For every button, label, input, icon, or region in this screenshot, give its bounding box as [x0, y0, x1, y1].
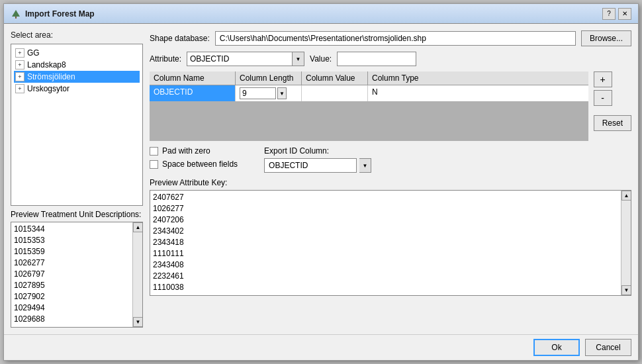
list-item: 1110124: [153, 293, 619, 296]
tree-label-gg: GG: [27, 48, 40, 58]
list-item: 2343418: [153, 237, 619, 248]
space-between-fields-label: Space between fields: [162, 159, 238, 169]
attribute-row: Attribute: OBJECTID ▼ Value:: [150, 52, 631, 66]
pad-with-zero-option: Pad with zero: [150, 146, 238, 156]
preview-attr-label: Preview Attribute Key:: [150, 178, 631, 187]
preview-treatment-scrollbar[interactable]: ▲ ▼: [132, 222, 142, 327]
tree-toggle-landskap8[interactable]: +: [15, 60, 24, 69]
cell-length: ▼: [236, 85, 302, 101]
title-bar-controls: ? ✕: [602, 8, 631, 20]
col-header-type: Column Type: [368, 71, 588, 85]
list-item: 1029494: [14, 302, 129, 314]
list-item: 1015353: [14, 235, 129, 246]
right-panel: Shape database: C:\Users\hah\Documents\P…: [150, 30, 631, 328]
scrollbar-track[interactable]: [133, 232, 142, 317]
footer: Ok Cancel: [4, 334, 638, 360]
preview-treatment-list[interactable]: 1015344 1015353 1015359 1026277 1026797 …: [11, 222, 143, 328]
dialog-title: Import Forest Map: [25, 9, 95, 19]
pad-with-zero-label: Pad with zero: [162, 146, 210, 156]
browse-button[interactable]: Browse...: [581, 30, 631, 46]
select-area-label: Select area:: [11, 30, 143, 40]
attribute-label: Attribute:: [150, 54, 181, 64]
export-id-dropdown-arrow[interactable]: ▼: [359, 158, 371, 173]
remove-row-button[interactable]: -: [594, 90, 612, 106]
table-wrapper: Column Name Column Length Column Value C…: [150, 71, 588, 141]
value-input[interactable]: [337, 52, 416, 66]
reset-button[interactable]: Reset: [594, 115, 631, 131]
col-header-value: Column Value: [302, 71, 368, 85]
close-button[interactable]: ✕: [618, 8, 631, 20]
ok-button[interactable]: Ok: [533, 339, 580, 356]
scrollbar-up-arrow[interactable]: ▲: [133, 222, 143, 232]
tree-item-stromsjoliden[interactable]: + Strömsjöliden: [14, 71, 140, 83]
column-length-input[interactable]: [240, 87, 276, 99]
list-item: 1015359: [14, 246, 129, 257]
scrollbar-down-arrow[interactable]: ▼: [133, 317, 143, 327]
column-length-spinner[interactable]: ▼: [277, 87, 287, 99]
scrollbar-down-arrow[interactable]: ▼: [621, 285, 631, 295]
dialog-body: Select area: + GG + Landskap8 + Strömsjö…: [4, 24, 638, 334]
list-item: 2343402: [153, 226, 619, 237]
shape-database-row: Shape database: C:\Users\hah\Documents\P…: [150, 30, 631, 46]
tree-label-landskap8: Landskap8: [27, 60, 66, 69]
import-forest-map-dialog: Import Forest Map ? ✕ Select area: + GG …: [3, 3, 639, 361]
list-item: 1029688: [14, 314, 129, 325]
attribute-dropdown-arrow[interactable]: ▼: [293, 52, 304, 66]
col-header-name: Column Name: [150, 71, 236, 85]
tree-item-gg[interactable]: + GG: [14, 47, 140, 59]
cell-value: [302, 85, 368, 101]
title-bar: Import Forest Map ? ✕: [4, 4, 638, 24]
tree-view[interactable]: + GG + Landskap8 + Strömsjöliden + Ursko…: [11, 44, 143, 206]
scrollbar-up-arrow[interactable]: ▲: [621, 191, 631, 201]
tree-item-landskap8[interactable]: + Landskap8: [14, 59, 140, 71]
list-item: 1026277: [14, 257, 129, 269]
tree-label-urskogsytor: Urskogsytor: [27, 84, 69, 93]
list-item: 1027902: [14, 291, 129, 302]
scrollbar-track[interactable]: [621, 201, 631, 285]
export-id-select[interactable]: OBJECTID: [264, 158, 357, 173]
options-left: Pad with zero Space between fields: [150, 146, 238, 169]
table-side-buttons: + - Reset: [594, 71, 631, 131]
col-header-length: Column Length: [236, 71, 302, 85]
svg-marker-0: [12, 10, 20, 17]
list-item: 2407206: [153, 214, 619, 226]
list-item: 1110038: [153, 282, 619, 293]
shape-path-display: C:\Users\hah\Documents\Presentationer\st…: [215, 31, 576, 46]
tree-toggle-stromsjoliden[interactable]: +: [15, 72, 24, 81]
list-item: 2343408: [153, 259, 619, 271]
left-panel: Select area: + GG + Landskap8 + Strömsjö…: [11, 30, 143, 328]
attribute-select[interactable]: OBJECTID: [187, 52, 293, 66]
tree-toggle-urskogsytor[interactable]: +: [15, 84, 24, 93]
preview-attr-inner: 2407627 1026277 2407206 2343402 2343418 …: [150, 191, 631, 296]
tree-toggle-gg[interactable]: +: [15, 48, 24, 58]
space-between-fields-checkbox[interactable]: [150, 160, 158, 169]
list-item: 2232461: [153, 271, 619, 282]
preview-treatment-inner: 1015344 1015353 1015359 1026277 1026797 …: [14, 224, 140, 326]
list-item: 1110015: [14, 325, 129, 326]
preview-attr-list[interactable]: 2407627 1026277 2407206 2343402 2343418 …: [150, 190, 631, 296]
export-id-column-label: Export ID Column:: [264, 146, 371, 156]
cancel-button[interactable]: Cancel: [585, 339, 631, 356]
tree-label-stromsjoliden: Strömsjöliden: [27, 72, 75, 81]
table-body-empty: [150, 101, 588, 141]
title-bar-left: Import Forest Map: [11, 9, 95, 19]
table-section: Column Name Column Length Column Value C…: [150, 71, 631, 141]
preview-treatment-section: Preview Treatment Unit Descriptions: 101…: [11, 210, 143, 328]
preview-treatment-label: Preview Treatment Unit Descriptions:: [11, 210, 143, 219]
preview-attr-section: Preview Attribute Key: 2407627 1026277 2…: [150, 178, 631, 296]
cell-type: N: [368, 85, 588, 101]
list-item: 1110111: [153, 248, 619, 259]
list-item: 1027895: [14, 280, 129, 291]
space-between-fields-option: Space between fields: [150, 159, 238, 169]
preview-attr-scrollbar[interactable]: ▲ ▼: [621, 191, 631, 295]
value-label: Value:: [310, 54, 332, 64]
tree-item-urskogsytor[interactable]: + Urskogsytor: [14, 83, 140, 95]
list-item: 1015344: [14, 224, 129, 235]
add-row-button[interactable]: +: [594, 71, 612, 87]
svg-rect-1: [15, 17, 17, 19]
export-id-select-row: OBJECTID ▼: [264, 158, 371, 173]
help-button[interactable]: ?: [602, 8, 616, 20]
tree-icon: [11, 9, 21, 19]
pad-with-zero-checkbox[interactable]: [150, 147, 158, 156]
options-row: Pad with zero Space between fields Expor…: [150, 146, 631, 173]
